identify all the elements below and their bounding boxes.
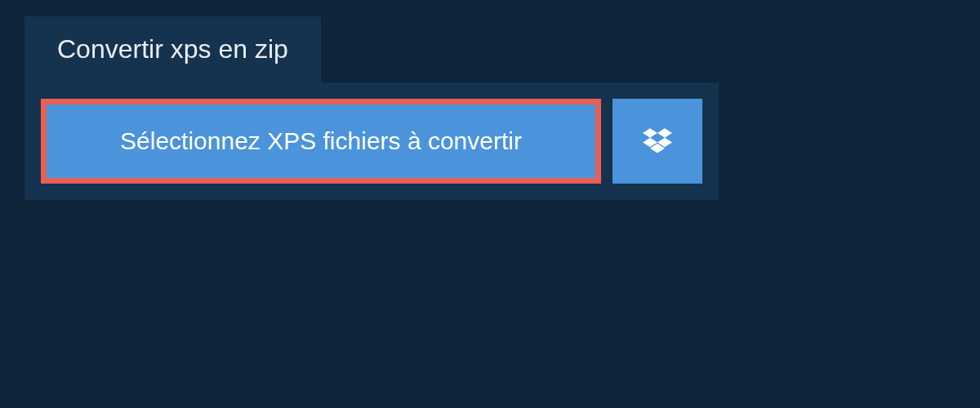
upload-panel: Sélectionnez XPS fichiers à convertir [24, 82, 719, 200]
select-files-button[interactable]: Sélectionnez XPS fichiers à convertir [41, 99, 601, 184]
tab-title: Convertir xps en zip [57, 34, 288, 64]
conversion-tab[interactable]: Convertir xps en zip [24, 16, 321, 82]
dropbox-button[interactable] [612, 99, 702, 184]
dropbox-icon [643, 128, 672, 154]
select-files-label: Sélectionnez XPS fichiers à convertir [120, 127, 522, 154]
